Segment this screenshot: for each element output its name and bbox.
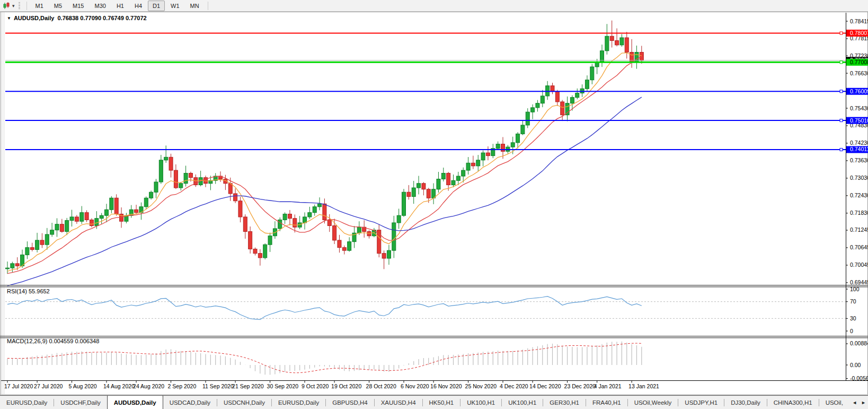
chart-tab-audusd-daily[interactable]: AUDUSD,Daily xyxy=(107,395,163,409)
candle-body xyxy=(164,157,168,160)
timeframe-button-h4[interactable]: H4 xyxy=(130,1,147,11)
candle-body xyxy=(174,170,178,188)
rsi-axis-label: 100 xyxy=(850,286,860,292)
tab-scroll-buttons: ◄ ► xyxy=(849,396,868,409)
support-line-blue-1-handle[interactable] xyxy=(840,90,843,93)
candle-body xyxy=(620,38,624,45)
candle-body xyxy=(184,173,188,184)
candle-body xyxy=(511,143,515,147)
chart-tab-usoil-weekly[interactable]: USOil,Weekly xyxy=(628,396,678,409)
price-axis-label: 0.78415 xyxy=(850,18,868,24)
chart-window-frame xyxy=(1,12,868,395)
toolbar-grip[interactable] xyxy=(19,2,20,10)
resistance-line-red-handle[interactable] xyxy=(840,32,843,34)
chart-tab-xauusd-h4[interactable]: XAUUSD,H4 xyxy=(375,396,422,409)
candlestick-chart-icon[interactable] xyxy=(1,2,12,10)
candle-body xyxy=(451,180,455,185)
date-axis-label: 24 Aug 2020 xyxy=(133,383,164,389)
chart-tab-usdcad-daily[interactable]: USDCAD,Daily xyxy=(163,396,217,409)
candle-body xyxy=(447,173,450,185)
candle-body xyxy=(238,201,242,217)
price-axis-label: 0.75430 xyxy=(850,105,868,111)
support-line-green-handle[interactable] xyxy=(840,61,843,64)
date-axis-label: 27 Jul 2020 xyxy=(34,383,63,389)
collapse-marker-icon[interactable]: ▼ xyxy=(7,16,11,21)
toolbar-separator-2 xyxy=(208,2,208,10)
panel-separator xyxy=(0,286,868,287)
timeframe-button-h1[interactable]: H1 xyxy=(112,1,129,11)
candle-body xyxy=(327,220,331,225)
support-line-blue-2-handle[interactable] xyxy=(840,119,843,122)
price-axis-label: 0.73030 xyxy=(850,175,868,181)
chart-tab-fra40-h1[interactable]: FRA40,H1 xyxy=(586,396,627,409)
candle-body xyxy=(476,160,480,166)
candle-body xyxy=(437,179,440,189)
candle-body xyxy=(258,254,262,258)
timeframe-button-m30[interactable]: M30 xyxy=(90,1,111,11)
chart-tab-usdchf-daily[interactable]: USDCHF,Daily xyxy=(54,396,107,409)
candle-body xyxy=(496,144,500,149)
chart-tab-eurusd-daily[interactable]: EURUSD,Daily xyxy=(0,396,54,409)
candle-body xyxy=(531,108,535,112)
candle-body xyxy=(6,268,10,269)
candle-body xyxy=(635,53,639,63)
candle-body xyxy=(278,220,282,228)
date-axis-label: 2 Sep 2020 xyxy=(168,383,197,389)
price-axis-label: 0.76630 xyxy=(850,70,868,76)
chart-tab-china300-h1[interactable]: CHINA300,H1 xyxy=(767,396,819,409)
candle-body xyxy=(427,189,430,198)
timeframe-button-m1[interactable]: M1 xyxy=(31,1,48,11)
candle-body xyxy=(75,217,78,221)
candle-body xyxy=(407,192,411,196)
chart-tab-usdjpy-h1[interactable]: USDJPY,H1 xyxy=(678,396,724,409)
date-axis-label: 19 Oct 2020 xyxy=(331,383,361,389)
timeframe-button-w1[interactable]: W1 xyxy=(166,1,184,11)
chart-tab-gbpusd-h4[interactable]: GBPUSD,H4 xyxy=(326,396,374,409)
macd-axis-label: 0.00 xyxy=(850,362,861,368)
candle-body xyxy=(318,204,322,206)
chart-area[interactable]: 0.784150.778150.772300.766300.754300.748… xyxy=(0,12,868,395)
chart-tab-uk100-h1[interactable]: UK100,H1 xyxy=(502,396,543,409)
candle-body xyxy=(90,220,93,225)
chart-tab-uk100-h1[interactable]: UK100,H1 xyxy=(460,396,501,409)
chart-tab-eurusd-daily[interactable]: EURUSD,Daily xyxy=(272,396,325,409)
candle-body xyxy=(600,51,604,63)
candle-body xyxy=(253,249,257,253)
tab-scroll-right-icon[interactable]: ► xyxy=(859,399,868,406)
candle-body xyxy=(536,103,539,108)
candle-body xyxy=(268,236,272,245)
candle-body xyxy=(526,112,529,125)
support-line-blue-3-handle[interactable] xyxy=(840,148,843,151)
date-axis-label: 11 Sep 2020 xyxy=(202,383,234,389)
chart-tab-dj30-daily[interactable]: DJ30,Daily xyxy=(724,396,767,409)
candle-body xyxy=(570,98,574,103)
candle-body xyxy=(585,80,589,89)
candle-body xyxy=(95,219,99,226)
date-axis-label: 21 Sep 2020 xyxy=(232,383,264,389)
timeframe-button-d1[interactable]: D1 xyxy=(148,1,165,11)
toolbar: ▾ M1M5M15M30H1H4D1W1MN xyxy=(0,0,868,12)
candle-body xyxy=(263,245,267,258)
candle-body xyxy=(313,207,316,213)
chart-tab-usoil-[interactable]: USOil, xyxy=(819,396,849,409)
candle-body xyxy=(40,240,44,245)
candle-body xyxy=(283,214,287,220)
candle-body xyxy=(45,234,49,245)
candle-body xyxy=(60,224,64,232)
timeframe-button-m15[interactable]: M15 xyxy=(68,1,88,11)
price-badge-label: 0.74011 xyxy=(850,146,868,152)
candle-body xyxy=(392,223,396,250)
timeframe-button-mn[interactable]: MN xyxy=(185,1,204,11)
chart-tab-ger30-h1[interactable]: GER30,H1 xyxy=(543,396,586,409)
price-badge-label: 0.76009 xyxy=(850,88,868,94)
candle-body xyxy=(555,92,559,102)
candle-body xyxy=(471,163,475,166)
timeframe-buttons: M1M5M15M30H1H4D1W1MN xyxy=(30,1,205,11)
chart-tab-usdcnh-daily[interactable]: USDCNH,Daily xyxy=(217,396,271,409)
chart-type-dropdown-caret[interactable]: ▾ xyxy=(12,3,15,8)
timeframe-button-m5[interactable]: M5 xyxy=(49,1,67,11)
candle-body xyxy=(80,213,84,221)
tab-scroll-left-icon[interactable]: ◄ xyxy=(850,399,859,406)
price-axis-label: 0.69445 xyxy=(850,279,868,285)
chart-tab-hk50-h1[interactable]: HK50,H1 xyxy=(423,396,460,409)
